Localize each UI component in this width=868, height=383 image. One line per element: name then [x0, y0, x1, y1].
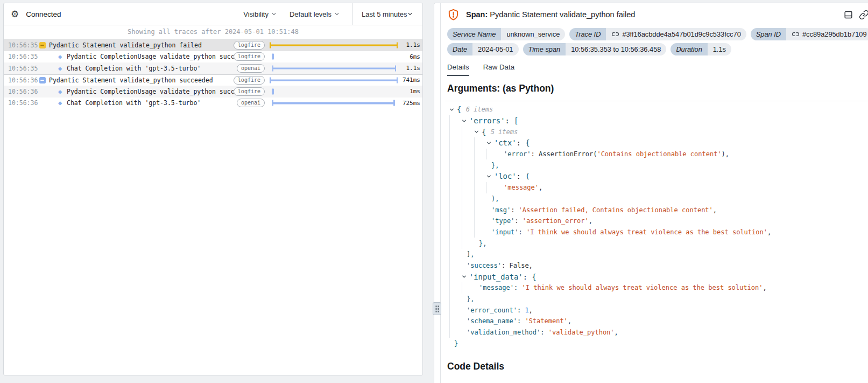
code-token-plain: ,	[589, 217, 592, 225]
timeline-track	[270, 51, 398, 63]
link-icon[interactable]	[859, 10, 868, 20]
indent-guide	[449, 171, 462, 182]
badge-label: Time span	[523, 43, 566, 55]
tab-raw-data[interactable]: Raw Data	[483, 63, 514, 76]
code-line[interactable]: 'loc': (	[449, 171, 868, 182]
code-token-plain: ,	[763, 284, 766, 291]
trace-row[interactable]: 10:56:35◆Pydantic CompletionUsage valida…	[4, 51, 422, 63]
indent-guide	[449, 304, 462, 316]
expand-chevron-icon[interactable]	[486, 174, 494, 179]
code-token-key: 'loc'	[494, 172, 517, 180]
span-label: Pydantic CompletionUsage validate_python…	[67, 53, 234, 60]
indent-guide	[462, 126, 474, 137]
expand-chevron-icon[interactable]	[462, 274, 469, 279]
code-line: ),	[449, 193, 868, 205]
code-token-key: 'schema_name'	[467, 317, 517, 325]
span-diamond-icon: ◆	[55, 53, 65, 60]
span-title-row: Span: Pydantic Statement validate_python…	[447, 8, 868, 22]
code-token-key: 'input'	[491, 228, 519, 236]
code-details-heading: Code Details	[447, 361, 868, 372]
indent-guide	[474, 137, 486, 149]
dock-panel-icon[interactable]	[843, 10, 853, 20]
code-token-plain: False	[509, 262, 528, 269]
code-line: 'validation_method': 'validate_python',	[449, 327, 868, 338]
code-token-brace: }	[454, 340, 458, 347]
timeline-track	[270, 39, 398, 51]
span-timestamp: 10:56:36	[4, 99, 37, 107]
span-timestamp: 10:56:35	[4, 65, 37, 72]
indent-guide	[462, 193, 474, 205]
span-timestamp: 10:56:35	[4, 53, 37, 60]
indent-guide	[462, 182, 474, 193]
indent-guide	[449, 271, 462, 282]
trace-row[interactable]: 10:56:36◆Pydantic CompletionUsage valida…	[4, 86, 422, 98]
code-token-brace: },	[491, 162, 499, 169]
span-diamond-icon: ◆	[55, 100, 65, 106]
expand-chevron-icon[interactable]	[449, 107, 457, 112]
settings-gear-icon[interactable]: ⚙	[11, 10, 19, 19]
trace-row[interactable]: 10:56:35◆Chat Completion with 'gpt-3.5-t…	[4, 62, 422, 74]
badge-value[interactable]: #3ff16acbdde4a547b01d9c9c533fcc70	[606, 28, 746, 40]
span-detail-panel: Span: Pydantic Statement validate_python…	[434, 3, 868, 383]
timeline-bar	[270, 42, 398, 48]
code-token-plain: :	[517, 138, 526, 147]
indent-guide	[474, 227, 486, 238]
code-token-plain: :	[517, 172, 526, 180]
code-token-brace: [	[514, 116, 518, 125]
indent-guide	[449, 260, 462, 271]
expand-chevron-icon[interactable]	[474, 129, 482, 134]
trace-row[interactable]: 10:56:35Pydantic Statement validate_pyth…	[4, 39, 422, 51]
timeline-bar	[270, 77, 398, 83]
indent-guide	[449, 294, 462, 305]
indent-guide	[449, 249, 462, 260]
code-token-plain: ),	[722, 150, 729, 158]
collapse-toggle-icon[interactable]	[37, 42, 47, 48]
code-token-plain: :	[531, 150, 539, 158]
collapse-toggle-icon[interactable]	[37, 77, 47, 83]
panel-resize-handle[interactable]	[433, 302, 441, 315]
indent-guide	[474, 182, 486, 193]
trace-panel-header: ⚙ Connected Visibility Default levels La…	[4, 3, 422, 25]
tab-details[interactable]: Details	[447, 63, 469, 76]
code-token-brace: {	[525, 138, 530, 147]
code-line[interactable]: 'input_data': {	[449, 271, 868, 282]
expand-chevron-icon[interactable]	[486, 141, 494, 145]
code-line[interactable]: 'errors': [	[449, 115, 868, 127]
trace-row[interactable]: 10:56:36Pydantic Statement validate_pyth…	[4, 74, 422, 86]
chain-link-icon	[611, 30, 619, 38]
badge-value[interactable]: #cc89a295db1b7109	[786, 28, 868, 40]
code-token-brace: ],	[467, 250, 474, 258]
indent-guide	[474, 159, 486, 171]
code-token-key: 'message'	[479, 284, 514, 291]
badge-value-text: #cc89a295db1b7109	[802, 30, 867, 38]
indent-guide	[449, 115, 462, 127]
code-line: 'msg': 'Assertion failed, Contains objec…	[449, 204, 868, 215]
code-line: }	[449, 338, 868, 349]
indent-guide	[449, 215, 462, 227]
code-token-str: 'Statement'	[525, 317, 567, 325]
indent-guide	[449, 316, 462, 327]
span-title: Span: Pydantic Statement validate_python…	[466, 10, 635, 19]
indent-guide	[462, 149, 474, 160]
indent-guide	[449, 126, 462, 137]
expand-chevron-icon[interactable]	[462, 119, 469, 123]
visibility-dropdown[interactable]: Visibility	[243, 10, 277, 18]
code-line: 'type': 'assertion_error',	[449, 215, 868, 227]
code-line[interactable]: { 5 items	[449, 126, 868, 137]
code-token-str: 'Contains objectionable content'	[597, 150, 721, 158]
indent-guide	[449, 204, 462, 215]
default-levels-dropdown[interactable]: Default levels	[290, 10, 340, 18]
indent-guide	[474, 171, 486, 182]
span-tag: logfire	[234, 52, 265, 61]
trace-row[interactable]: 10:56:36◆Chat Completion with 'gpt-3.5-t…	[4, 98, 422, 109]
code-line[interactable]: { 6 items	[449, 104, 868, 115]
badge-label: Span ID	[751, 28, 786, 40]
indent-guide	[462, 215, 474, 227]
code-line: },	[449, 294, 868, 305]
badge-label: Duration	[671, 43, 707, 55]
code-line[interactable]: 'ctx': {	[449, 137, 868, 149]
code-token-plain: :	[502, 262, 509, 269]
badge-value-text: #3ff16acbdde4a547b01d9c9c533fcc70	[622, 30, 740, 38]
time-range-dropdown[interactable]: Last 5 minutes	[352, 3, 422, 25]
code-token-plain: AssertionError(	[539, 150, 597, 158]
